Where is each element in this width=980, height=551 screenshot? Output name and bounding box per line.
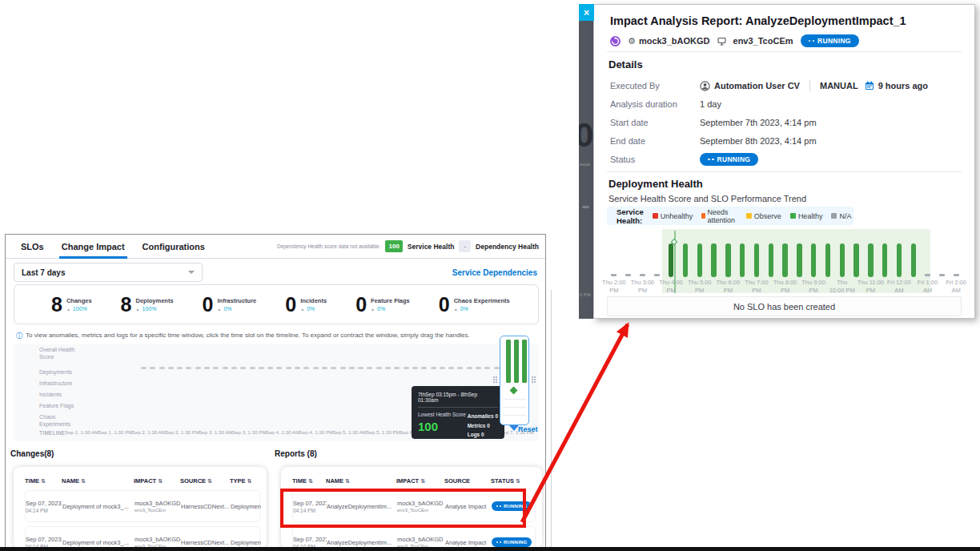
health-na-dash bbox=[322, 367, 327, 369]
metric-value: 0 bbox=[203, 295, 214, 315]
impact-service: mock3_bAOKGD bbox=[397, 536, 442, 543]
x-axis-tick-label: Thu 8:00PM bbox=[769, 279, 801, 295]
metric-label: Incidents bbox=[300, 297, 327, 304]
annotation-highlight-box bbox=[280, 489, 526, 528]
dependency-health-score-badge: - bbox=[459, 240, 471, 252]
analysis-duration-value: 1 day bbox=[700, 99, 721, 109]
occluded-dash-fragment bbox=[582, 206, 589, 208]
selection-right-handle[interactable] bbox=[532, 376, 536, 383]
column-header-impact[interactable]: IMPACT⇅ bbox=[134, 477, 180, 485]
timeline-selection-window[interactable] bbox=[500, 336, 529, 425]
sort-icon: ⇅ bbox=[420, 478, 425, 484]
reports-section-title: Reports (8) bbox=[275, 449, 317, 458]
na-dash bbox=[611, 274, 617, 276]
health-na-dash bbox=[267, 367, 273, 369]
environment-name: env3_TcoCEm bbox=[733, 36, 793, 46]
timeline-tick-label: Sep 1, 1:30 PM bbox=[98, 429, 132, 435]
status-badge: RUNNING bbox=[700, 153, 758, 166]
row-time: 04:14 PM bbox=[26, 508, 59, 513]
health-na-dash bbox=[457, 367, 463, 369]
reset-link[interactable]: Reset bbox=[518, 425, 538, 433]
dashboard-tabbar: SLOsChange ImpactConfigurations Dependen… bbox=[6, 235, 545, 259]
timeline-tick-label: Sep 3, 1:30 PM bbox=[232, 429, 266, 435]
x-axis-tick-label: Thu10:00 PM bbox=[826, 279, 858, 295]
tick-line: Thu 4:00 bbox=[655, 279, 687, 287]
service-dependencies-link[interactable]: Service Dependencies bbox=[452, 268, 537, 277]
legend-label: Unhealthy bbox=[661, 212, 693, 220]
x-axis-tick-label: Thu 7:00PM bbox=[741, 279, 773, 295]
tick-line: Fri 2:00 bbox=[940, 279, 972, 287]
divider bbox=[607, 171, 962, 172]
impact-environment: env3_TcoCEm bbox=[135, 508, 178, 513]
health-na-dash bbox=[484, 367, 490, 369]
health-na-dash bbox=[494, 367, 500, 369]
table-row[interactable]: Sep 07, 202304:10 PMAnalyzeDeploymentIm.… bbox=[292, 526, 536, 549]
health-score-bar bbox=[782, 243, 788, 277]
health-na-dash bbox=[141, 367, 147, 369]
legend-swatch bbox=[746, 213, 752, 219]
column-header-name[interactable]: NAME⇅ bbox=[62, 477, 134, 485]
divider bbox=[607, 51, 962, 52]
table-header-row: TIME⇅NAME⇅IMPACT⇅SOURCE⇅TYPE⇅ bbox=[25, 473, 260, 490]
column-label: IMPACT bbox=[396, 477, 419, 485]
tick-line: Thu 5:00 bbox=[684, 279, 716, 287]
column-header-name[interactable]: NAME⇅ bbox=[326, 477, 396, 485]
gear-icon: ⚙ bbox=[628, 36, 636, 46]
tab-slos[interactable]: SLOs bbox=[12, 235, 53, 258]
metric-delta-value: 0% bbox=[307, 306, 315, 312]
changes-section-title: Changes(8) bbox=[10, 449, 54, 458]
health-na-dash bbox=[186, 367, 191, 369]
close-icon[interactable]: × bbox=[579, 4, 594, 21]
tick-line: Thu 9:00 bbox=[797, 279, 829, 287]
health-na-dash bbox=[250, 367, 255, 369]
tick-line: Thu 2:00 bbox=[598, 279, 630, 287]
health-na-dash bbox=[159, 367, 165, 369]
time-range-select[interactable]: Last 7 days bbox=[14, 263, 203, 282]
metric-feature-flags: 0Feature Flags▲0% bbox=[355, 295, 410, 315]
column-header-time[interactable]: TIME⇅ bbox=[292, 477, 326, 485]
start-date-label: Start date bbox=[610, 118, 700, 127]
column-header-source[interactable]: SOURCE⇅ bbox=[180, 477, 230, 485]
health-na-dash bbox=[204, 367, 210, 369]
column-header-status[interactable]: STATUS⇅ bbox=[491, 477, 539, 485]
table-row[interactable]: Sep 07, 202304:14 PMDeployment of mock3_… bbox=[25, 526, 260, 549]
selection-left-handle[interactable] bbox=[493, 376, 497, 383]
na-dash bbox=[625, 274, 631, 276]
tick-line: PM bbox=[655, 287, 687, 295]
lowest-health-score-value: 100 bbox=[418, 420, 466, 433]
trigger-type: MANUAL bbox=[820, 81, 858, 90]
x-axis-tick-label: Fri 12:00AM bbox=[883, 279, 915, 295]
details-heading: Details bbox=[608, 58, 643, 70]
sort-icon: ⇅ bbox=[345, 478, 350, 484]
metric-value: 0 bbox=[285, 295, 296, 315]
tooltip-metrics: Metrics 0 bbox=[468, 421, 498, 431]
health-na-dash bbox=[367, 367, 372, 369]
health-na-dash bbox=[431, 367, 436, 369]
health-na-dash bbox=[385, 367, 391, 369]
timeline-tick-label: Sep 3, 1:30 AM bbox=[199, 429, 232, 435]
table-row[interactable]: Sep 07, 202304:14 PMDeployment of mock3_… bbox=[25, 490, 260, 522]
column-header-source: SOURCE bbox=[444, 477, 491, 485]
column-label: TIME bbox=[292, 477, 307, 485]
na-dash bbox=[954, 274, 959, 276]
column-header-type[interactable]: TYPE⇅ bbox=[230, 477, 260, 485]
legend-swatch bbox=[831, 213, 837, 219]
tick-line: PM bbox=[598, 287, 630, 295]
health-na-dash bbox=[213, 367, 219, 369]
metric-incidents: 0Incidents▲0% bbox=[285, 295, 327, 315]
cell-name: Deployment of mock3_... bbox=[62, 539, 135, 546]
cell-source: HarnessCDNext... bbox=[181, 503, 231, 510]
health-na-dash bbox=[276, 367, 282, 369]
column-header-time[interactable]: TIME⇅ bbox=[25, 477, 62, 485]
health-na-dash bbox=[349, 367, 355, 369]
health-score-bar bbox=[840, 243, 845, 277]
impact-service: mock3_bAOKGD bbox=[135, 536, 178, 543]
metric-delta-value: 100% bbox=[73, 306, 87, 312]
column-header-impact[interactable]: IMPACT⇅ bbox=[396, 477, 444, 485]
health-score-bar bbox=[769, 243, 774, 277]
tab-configurations[interactable]: Configurations bbox=[134, 235, 214, 258]
occluded-text-fragment: expe bbox=[580, 162, 590, 167]
column-label: TIME bbox=[25, 477, 39, 485]
end-date-value: September 8th 2023, 4:14 pm bbox=[700, 136, 817, 146]
tab-change-impact[interactable]: Change Impact bbox=[53, 235, 134, 258]
